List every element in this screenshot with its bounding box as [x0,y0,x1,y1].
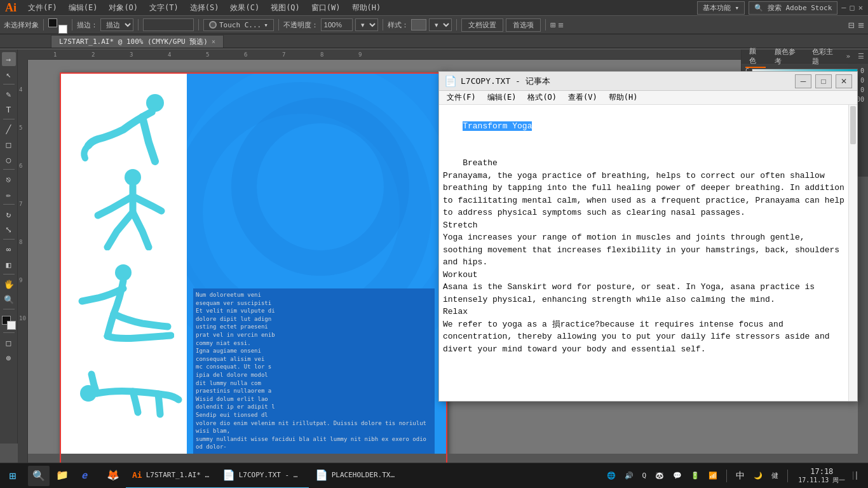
menu-select[interactable]: 选择(S) [185,1,224,15]
tray-icon-1[interactable]: Q [640,471,649,480]
doc-tab-close[interactable]: × [212,38,215,45]
panel-arrange-icon[interactable]: ⊟ [848,19,855,31]
svg-text:2: 2 [92,51,95,58]
color-theme-tab[interactable]: 色彩主题 [808,46,841,67]
svg-text:1: 1 [53,51,57,58]
notepad-maximize-btn[interactable]: □ [815,74,832,88]
stock-search[interactable]: 🔍 搜索 Adobe Stock [749,1,837,15]
paintbrush-tool[interactable]: ⎋ [2,172,16,186]
svg-text:9: 9 [358,51,362,58]
grid-icon[interactable]: ⊞ [550,20,555,30]
menu-view[interactable]: 视图(Q) [266,1,305,15]
tray-battery-icon[interactable]: 🔋 [688,471,702,480]
show-desktop-btn[interactable]: ▏ [853,471,863,480]
ai-menu-bar: Ai 文件(F) 编辑(E) 对象(O) 文字(T) 选择(S) 效果(C) 视… [0,0,868,15]
menu-help[interactable]: 帮助(H) [347,1,386,15]
line-tool[interactable]: ╱ [2,122,16,136]
canvas-scrollbar-bottom[interactable] [28,454,868,463]
window-restore-ai[interactable]: □ [850,3,855,12]
stroke-select[interactable]: 描边 [100,18,133,31]
np-menu-help[interactable]: 帮助(H) [604,91,643,104]
selection-tool[interactable]: → [2,52,16,66]
type-tool[interactable]: T [2,102,16,116]
doc-settings-button[interactable]: 文档设置 [461,18,503,32]
stroke-color[interactable] [58,25,67,34]
eyedropper-tool[interactable]: 🖐 [2,277,16,291]
notepad-scroll-thumb[interactable] [850,106,856,144]
np-menu-view[interactable]: 查看(V) [563,91,602,104]
pen-tool[interactable]: ✎ [2,87,16,101]
menu-object[interactable]: 对象(O) [104,1,143,15]
menu-effect[interactable]: 效果(C) [225,1,264,15]
notepad-content-area[interactable]: Transform Yoga Breathe Pranayama, the yo… [439,105,857,401]
ime-chinese[interactable]: 中 [733,470,747,482]
artboard-text-box[interactable]: Num doloreetum veni esequam ver suscipis… [193,288,435,463]
taskbar-item-illustrator[interactable]: Ai L7START_1.AI* @... [126,463,216,489]
np-menu-format[interactable]: 格式(O) [522,91,562,104]
color-swatch-bar[interactable] [143,18,194,31]
draw-inside-mode[interactable]: ⊚ [2,351,16,365]
tray-volume-icon[interactable]: 🔊 [622,471,636,480]
taskbar-search-btn[interactable]: 🔍 [28,466,50,486]
illustrator-taskbar-icon: Ai [132,470,142,480]
taskbar-item-explorer[interactable]: 📁 [50,463,75,489]
normal-mode[interactable]: □ [2,336,16,349]
zoom-tool[interactable]: 🔍 [2,292,16,306]
taskbar-item-notepad1[interactable]: 📄 L7COPY.TXT - 記... [216,463,309,489]
taskbar-item-firefox[interactable]: 🦊 [100,463,126,489]
columns-icon[interactable]: ≡ [558,20,563,30]
panel-menu-icon[interactable]: ☰ [858,52,864,60]
tool-separator-6 [3,274,15,274]
opacity-input[interactable] [321,18,353,31]
ime-keyboard[interactable]: 健 [769,471,781,480]
window-close-ai[interactable]: ✕ [858,3,863,12]
color-guide-tab[interactable]: 颜色参考 [771,46,803,67]
tool-separator-4 [3,204,15,205]
notepad-titlebar[interactable]: 📄 L7COPY.TXT - 记事本 ─ □ ✕ [439,72,857,91]
scale-tool[interactable]: ⤡ [2,222,16,236]
ellipse-tool[interactable]: ○ [2,152,16,166]
start-button[interactable]: ⊞ [0,463,25,489]
tray-signal-icon[interactable]: 📶 [706,471,720,480]
notepad-scrollbar[interactable] [848,105,857,401]
panel-expand-icon[interactable]: » [846,52,850,60]
notepad1-icon: 📄 [222,469,235,481]
fill-color[interactable] [48,18,57,27]
np-menu-edit[interactable]: 编辑(E) [482,91,522,104]
fill-stroke-box[interactable] [48,18,67,34]
workspace-switcher[interactable]: 基本功能 ▾ [697,1,745,15]
tray-icon-3[interactable]: 💬 [670,471,684,480]
touch-button[interactable]: Touch C... ▾ [203,19,274,31]
taskbar-clock[interactable]: 17:18 17.11.13 周一 [794,467,849,485]
taskbar-item-notepad2[interactable]: 📄 PLACEHOLDER.TX... [309,463,402,489]
style-select[interactable]: ▾ [429,18,452,31]
panel-options-icon[interactable]: ≡ [858,19,864,31]
ime-moon[interactable]: 🌙 [751,471,765,480]
tray-icon-2[interactable]: 🐼 [653,471,667,480]
menu-text[interactable]: 文字(T) [144,1,184,15]
taskbar-item-ie[interactable]: e [75,463,100,489]
blend-tool[interactable]: ∞ [2,242,16,256]
menu-edit[interactable]: 编辑(E) [64,1,103,15]
np-menu-file[interactable]: 文件(F) [442,91,481,104]
notepad-minimize-btn[interactable]: ─ [795,74,811,88]
style-swatch[interactable] [411,19,426,30]
doc-tab[interactable]: L7START_1.AI* @ 100% (CMYK/GPU 预选) × [51,35,224,48]
menu-file[interactable]: 文件(F) [23,1,62,15]
background-color[interactable] [7,321,16,330]
color-panel-tab[interactable]: 颜色 [745,45,766,68]
artboard-left-panel [60,72,187,463]
rotate-tool[interactable]: ↻ [2,207,16,221]
rect-tool[interactable]: □ [2,137,16,151]
direct-select-tool[interactable]: ↖ [2,67,16,81]
notepad-close-btn[interactable]: ✕ [836,74,852,88]
menu-window[interactable]: 窗口(W) [306,1,346,15]
window-minimize-ai[interactable]: — [841,3,846,12]
notepad-window: 📄 L7COPY.TXT - 记事本 ─ □ ✕ 文件(F) 编辑(E) 格式(… [438,71,858,402]
opacity-select[interactable]: ▾ [355,18,378,31]
tray-network-icon[interactable]: 🌐 [604,471,618,480]
pencil-tool[interactable]: ✏ [2,187,16,201]
artboard[interactable]: Num doloreetum veni esequam ver suscipis… [60,72,447,463]
gradient-tool[interactable]: ◧ [2,257,16,271]
preferences-button[interactable]: 首选项 [506,18,541,32]
